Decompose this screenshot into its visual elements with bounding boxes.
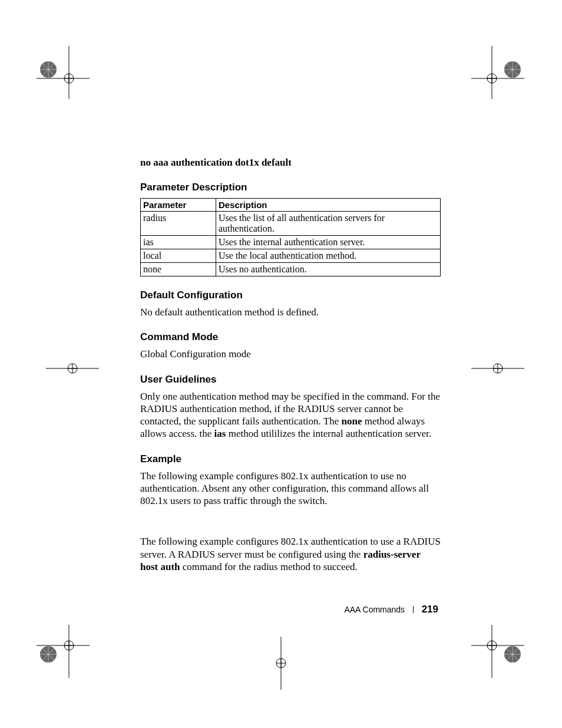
body-text: The following example configures 802.1x … [140, 470, 441, 508]
crop-mark-icon [37, 46, 90, 99]
table-cell: Uses no authentication. [216, 263, 441, 276]
page-footer: AAA Commands 219 [0, 604, 562, 615]
section-heading: Example [140, 453, 441, 465]
body-text: Global Configuration mode [140, 348, 441, 360]
body-text: Only one authentication method may be sp… [140, 390, 441, 440]
table-row: local Use the local authentication metho… [141, 249, 441, 263]
table-row: radius Uses the list of all authenticati… [141, 212, 441, 236]
table-cell: Uses the list of all authentication serv… [216, 212, 441, 236]
divider-icon [413, 606, 414, 613]
table-cell: Use the local authentication method. [216, 249, 441, 263]
crop-mark-icon [471, 342, 524, 395]
body-text: The following example configures 802.1x … [140, 535, 441, 573]
table-cell: Uses the internal authentication server. [216, 236, 441, 249]
section-heading: Parameter Description [140, 182, 441, 193]
table-cell: none [141, 263, 216, 276]
text: command for the radius method to succeed… [180, 561, 358, 572]
table-header-row: Parameter Description [141, 199, 441, 212]
table-header: Description [216, 199, 441, 212]
section-heading: Command Mode [140, 331, 441, 343]
content-column: no aaa authentication dot1x default Para… [140, 157, 441, 573]
crop-mark-icon [46, 342, 99, 395]
section-heading: User Guidelines [140, 374, 441, 386]
crop-mark-icon [37, 625, 90, 678]
body-text: No default authentication method is defi… [140, 306, 441, 318]
keyword-none: none [341, 416, 362, 427]
crop-mark-icon [254, 637, 308, 690]
table-cell: radius [141, 212, 216, 236]
section-heading: Default Configuration [140, 289, 441, 301]
table-cell: local [141, 249, 216, 263]
keyword-ias: ias [214, 428, 226, 439]
text: method utililizes the internal authentic… [226, 428, 431, 439]
table-header: Parameter [141, 199, 216, 212]
parameter-table: Parameter Description radius Uses the li… [140, 198, 441, 276]
crop-mark-icon [471, 46, 524, 99]
page: no aaa authentication dot1x default Para… [0, 0, 562, 728]
table-row: none Uses no authentication. [141, 263, 441, 276]
crop-mark-icon [471, 625, 524, 678]
chapter-name: AAA Commands [344, 605, 405, 614]
table-cell: ias [141, 236, 216, 249]
table-row: ias Uses the internal authentication ser… [141, 236, 441, 249]
page-number: 219 [422, 604, 438, 615]
command-syntax: no aaa authentication dot1x default [140, 157, 441, 169]
